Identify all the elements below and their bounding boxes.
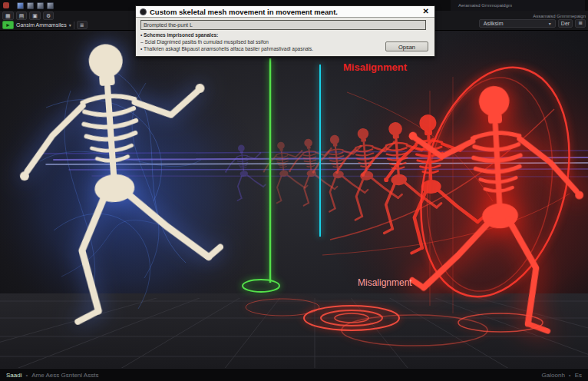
app-logo-icon (3, 2, 9, 8)
dialog-body: • Schemes imprisoned spanales: – Scial D… (136, 18, 434, 56)
misalignment-label-top: Misalignment (343, 61, 408, 73)
settings-dropdown-label: Asllksim (484, 21, 504, 26)
status-bar: Saadi • Ame Aess Gsntenl Assts Galoonh •… (0, 368, 588, 381)
toolbar-separator (74, 22, 74, 29)
status-right-label: Galoonh (542, 372, 565, 379)
menu-icon[interactable]: ≣ (77, 21, 88, 29)
status-right: Galoonh • Es (542, 372, 582, 379)
app-window: Misalignment Misalignment Aeramaisd Grmm… (0, 0, 588, 381)
open-button[interactable]: Opsan (385, 41, 428, 51)
misalignment-label-bottom: Misalignment (358, 277, 412, 288)
settings-dropdown[interactable]: Asllksim ▾ (479, 19, 556, 28)
cube-icon[interactable] (37, 2, 44, 9)
gear-icon[interactable]: ⚙ (43, 12, 54, 20)
cube-icon[interactable] (47, 2, 54, 9)
dialog-titlebar[interactable]: Custom skeletal mesh movement in movemen… (136, 6, 434, 18)
grid-icon[interactable]: ▦ (2, 12, 14, 20)
cube-icon[interactable] (27, 2, 34, 9)
status-saved-label: Saadi (6, 372, 21, 379)
close-icon[interactable]: ✕ (421, 8, 431, 15)
folder-icon[interactable]: ▤ (16, 12, 28, 20)
status-left: Saadi • Ame Aess Gsntenl Assts (6, 372, 98, 379)
dialog-title: Custom skeletal mesh movement in movemen… (150, 8, 338, 16)
toolbar-right-caption: Assamaisd Gmmmepaign (533, 14, 586, 18)
dot-separator-icon: • (569, 372, 571, 379)
menu-icon[interactable]: ≣ (575, 19, 586, 28)
der-button[interactable]: Der (558, 19, 573, 28)
dialog-section-item: – Scial Diagnimed pasibs th cumulad musp… (140, 39, 371, 46)
animation-mode-dropdown[interactable]: Gansim Ammamsiles ▾ (16, 22, 71, 28)
dot-separator-icon: • (25, 372, 28, 379)
dialog-mesh-movement: Custom skeletal mesh movement in movemen… (135, 5, 435, 57)
toolbar-right-cluster: Assamaisd Gmmmepaign Asllksim ▾ Der ≣ (479, 12, 586, 29)
dialog-section-header: • Schemes imprisoned spanales: (140, 32, 371, 39)
status-right-value: Es (575, 372, 582, 379)
cube-tool-icon[interactable]: ▣ (29, 12, 41, 20)
cube-icon[interactable] (17, 2, 24, 9)
animation-mode-label: Gansim Ammamsiles (16, 22, 67, 28)
dialog-status-icon (140, 8, 147, 15)
play-button[interactable]: ► (2, 21, 14, 29)
dialog-section-item: • Thalkrien askagt Bkpaust anamsohelis a… (140, 46, 371, 53)
dialog-path-input[interactable] (140, 20, 426, 30)
status-content-label[interactable]: Ame Aess Gsntenl Assts (31, 372, 98, 379)
viewport-3d[interactable]: Misalignment Misalignment (0, 0, 588, 381)
bullet-icon: • (140, 32, 142, 38)
chevron-down-icon: ▾ (69, 22, 71, 28)
chevron-down-icon: ▾ (549, 21, 551, 26)
bullet-icon: • (140, 46, 142, 51)
toolbar-left-cluster: ▦ ▤ ▣ ⚙ ► Gansim Ammamsiles ▾ ≣ (2, 12, 88, 29)
window-caption: Aeramaisd Grmmopaidgm (451, 0, 585, 11)
dash-icon: – (140, 39, 144, 45)
